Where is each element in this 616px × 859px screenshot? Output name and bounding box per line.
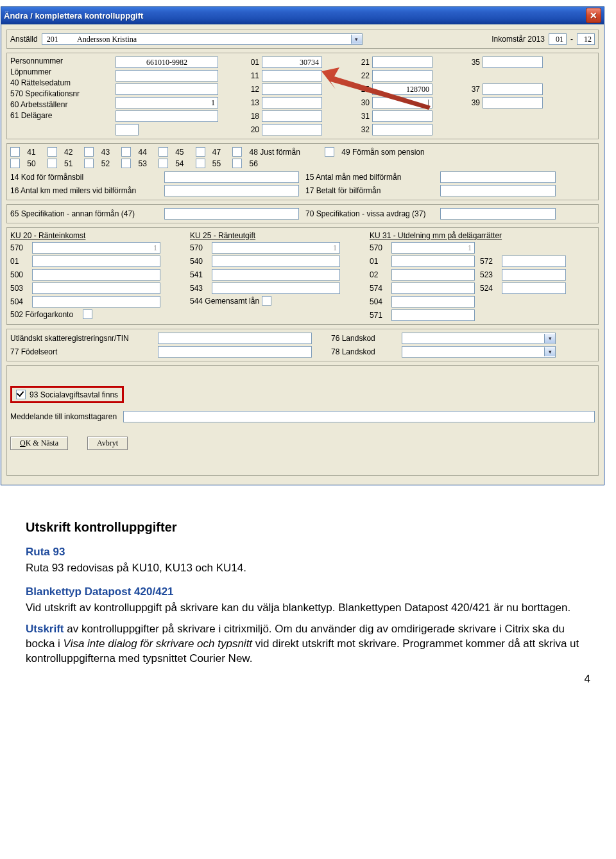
ku31-523[interactable] [502,269,566,281]
input-18[interactable] [262,110,322,122]
ku31-572[interactable] [502,256,566,267]
input-meddelande[interactable] [123,411,595,422]
label-tin: Utländskt skatteregistreringsnr/TIN [10,334,151,343]
chevron-down-icon[interactable]: ▾ [351,35,362,44]
chk-47[interactable] [196,147,205,157]
input-personnummer[interactable] [116,56,218,68]
panel-checks: 41 42 43 44 45 47 48 Just förmån 49 Förm… [6,143,599,200]
from-month[interactable] [549,33,567,45]
panel-tin: Utländskt skatteregistreringsnr/TIN 76 L… [6,329,599,361]
input-17[interactable] [440,185,556,196]
chk-544[interactable] [262,296,271,306]
chevron-down-icon[interactable]: ▾ [544,334,555,343]
input-tin[interactable] [158,333,312,344]
dialog-window: Ändra / komplettera kontrolluppgift ✕ An… [1,6,604,485]
close-icon[interactable]: ✕ [586,8,601,23]
ku31-02[interactable] [391,269,475,281]
label-77: 77 Födelseort [10,347,151,356]
input-arbetsstallenr[interactable] [116,110,218,122]
input-11[interactable] [262,70,322,82]
ku31-title: KU 31 - Utdelning mm på delägarrätter [370,231,595,240]
input-30[interactable] [372,97,432,108]
input-65[interactable] [164,208,299,220]
ku25-570 [212,242,340,254]
ok-button[interactable]: OK & Nästa [10,437,68,450]
input-rattelsedatum[interactable] [116,83,218,95]
chk-52[interactable] [84,159,94,168]
input-16[interactable] [164,185,299,196]
employee-combo[interactable]: 201 Andersson Kristina ▾ [42,33,363,45]
ku31-524[interactable] [502,282,566,294]
ku25-543[interactable] [212,282,340,294]
label-70: 70 Specifikation - vissa avdrag (37) [305,209,434,218]
chk-43[interactable] [84,147,94,157]
chk-45[interactable] [158,147,168,157]
chk-49[interactable] [325,147,334,157]
chk-48[interactable] [232,147,242,157]
chk-41[interactable] [10,147,20,157]
chk-55[interactable] [196,159,205,168]
ku31-574[interactable] [391,282,475,294]
input-01[interactable] [262,56,322,68]
input-37[interactable] [483,83,543,95]
input-35[interactable] [483,56,543,68]
heading-ruta93: Ruta 93 [26,545,590,560]
to-month[interactable] [577,33,595,45]
input-21[interactable] [372,56,432,68]
cancel-button[interactable]: Avbryt [87,437,128,450]
input-13[interactable] [262,97,322,108]
ku20-01[interactable] [32,256,160,267]
label-delagare: 61 Delägare [10,111,52,120]
panel-bottom: 93 Socialavgiftsavtal finns Meddelande t… [6,365,599,476]
label-78: 78 Landskod [331,347,395,356]
input-20[interactable] [262,124,322,135]
ku20-500[interactable] [32,269,160,281]
highlight-93: 93 Socialavgiftsavtal finns [10,386,124,403]
input-22[interactable] [372,70,432,82]
input-12[interactable] [262,83,322,95]
ku20-504[interactable] [32,296,160,308]
label-17: 17 Betalt för bilförmån [305,186,434,195]
input-delagare[interactable] [116,124,139,135]
chk-54[interactable] [158,159,168,168]
label-lopnummer: Löpnummer [10,67,51,76]
label-arbetsstallenr: 60 Arbetsställenr [10,100,67,109]
chevron-down-icon[interactable]: ▾ [544,347,555,356]
label-inkomstar: Inkomstår 2013 [492,35,545,44]
chk-42[interactable] [47,147,57,157]
chk-50[interactable] [10,159,20,168]
document-body: Utskrift kontrolluppgifter Ruta 93 Ruta … [0,493,616,666]
ku31-571[interactable] [391,309,475,321]
chk-51[interactable] [47,159,57,168]
combo-76[interactable]: ▾ [402,333,556,344]
label-anstalld: Anställd [10,35,38,44]
ku31-01[interactable] [391,256,475,267]
chk-56[interactable] [232,159,242,168]
chk-44[interactable] [121,147,131,157]
input-32[interactable] [372,124,432,135]
panel-spec: 65 Specifikation - annan förmån (47) 70 … [6,204,599,223]
input-39[interactable] [483,97,543,108]
panel-employee: Anställd 201 Andersson Kristina ▾ Inkoms… [6,30,599,49]
label-65: 65 Specifikation - annan förmån (47) [10,209,158,218]
input-77[interactable] [158,346,312,358]
panel-main: Personnummer Löpnummer 40 Rättelsedatum … [6,53,599,139]
input-25[interactable] [372,83,432,95]
ku20-503[interactable] [32,282,160,294]
chk-502[interactable] [83,309,92,319]
input-70[interactable] [440,208,556,220]
ku25-541[interactable] [212,269,340,281]
input-14[interactable] [164,171,299,183]
input-15[interactable] [440,171,556,183]
input-lopnummer[interactable] [116,70,218,82]
chk-93[interactable] [16,390,26,399]
chk-53[interactable] [121,159,131,168]
heading-utskrift: Utskrift kontrolluppgifter [26,519,590,536]
ku31-504[interactable] [391,296,475,308]
combo-78[interactable]: ▾ [402,346,556,358]
ku25-540[interactable] [212,256,340,267]
page-number: 4 [0,673,616,692]
input-specifikationsnr[interactable] [116,97,218,108]
input-31[interactable] [372,110,432,122]
label-76: 76 Landskod [331,334,395,343]
